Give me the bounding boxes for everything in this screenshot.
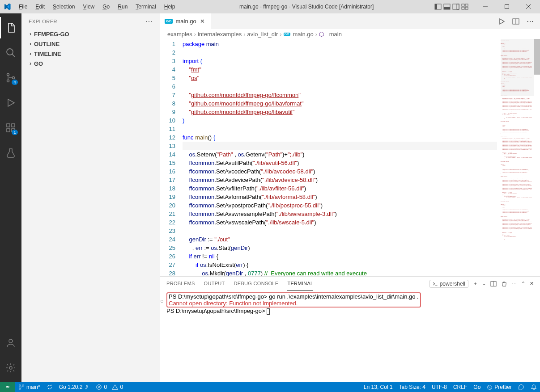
status-branch[interactable]: main* xyxy=(15,382,43,392)
explorer-sidebar: EXPLORER ⋯ ›FFMPEG-GO ›OUTLINE ›TIMELINE… xyxy=(21,13,160,382)
status-eol[interactable]: CRLF xyxy=(450,382,470,392)
line-gutter: 1234567891011121314151617181920212223242… xyxy=(160,39,183,276)
editor-more-icon[interactable]: ⋯ xyxy=(526,17,535,25)
status-problems[interactable]: 0 0 xyxy=(93,382,126,392)
terminal-shell-select[interactable]: powershell xyxy=(429,280,468,288)
svg-point-14 xyxy=(7,49,13,55)
activity-testing[interactable] xyxy=(0,142,21,164)
activity-search[interactable] xyxy=(0,42,21,63)
status-prettier[interactable]: Prettier xyxy=(484,382,515,392)
run-file-icon[interactable] xyxy=(497,17,506,25)
go-file-icon: GO xyxy=(165,19,173,24)
maximize-button[interactable] xyxy=(499,0,515,13)
tree-timeline[interactable]: ›TIMELINE xyxy=(21,49,160,59)
explorer-more-icon[interactable]: ⋯ xyxy=(145,17,153,25)
svg-point-18 xyxy=(13,77,15,79)
tree-go[interactable]: ›GO xyxy=(21,59,160,68)
scm-badge: 4 xyxy=(12,80,18,85)
minimize-button[interactable] xyxy=(477,0,493,13)
window-title: main.go - ffmpeg-go - Visual Studio Code… xyxy=(179,4,434,10)
close-button[interactable] xyxy=(520,0,536,13)
menu-edit[interactable]: Edit xyxy=(32,2,48,12)
svg-rect-9 xyxy=(465,7,468,9)
terminal-cursor xyxy=(267,308,270,315)
panel-tab-problems[interactable]: PROBLEMS xyxy=(166,277,195,291)
symbol-icon: ⬡ xyxy=(319,31,324,38)
status-sync[interactable] xyxy=(43,382,56,392)
activity-scm[interactable]: 4 xyxy=(0,67,21,89)
svg-rect-11 xyxy=(505,5,509,9)
status-feedback[interactable] xyxy=(515,382,527,392)
go-file-icon: GO xyxy=(284,33,290,36)
panel-tab-terminal[interactable]: TERMINAL xyxy=(287,277,313,291)
menu-view[interactable]: View xyxy=(79,2,98,12)
terminal-kill-icon[interactable] xyxy=(501,281,507,287)
activity-explorer[interactable] xyxy=(0,17,21,38)
status-tab-size[interactable]: Tab Size: 4 xyxy=(396,382,429,392)
activity-accounts[interactable] xyxy=(0,332,21,354)
split-editor-icon[interactable] xyxy=(511,17,520,25)
status-language[interactable]: Go xyxy=(470,382,484,392)
tab-close-icon[interactable]: ✕ xyxy=(199,18,206,25)
menu-file[interactable]: File xyxy=(15,2,31,12)
menu-go[interactable]: Go xyxy=(99,2,113,12)
menu-run[interactable]: Run xyxy=(114,2,131,12)
svg-point-19 xyxy=(8,99,9,100)
tree-folder-root[interactable]: ›FFMPEG-GO xyxy=(21,29,160,39)
svg-rect-23 xyxy=(12,124,15,127)
svg-point-32 xyxy=(22,385,24,387)
activity-settings[interactable] xyxy=(0,357,21,379)
remote-button[interactable] xyxy=(0,382,15,392)
status-encoding[interactable]: UTF-8 xyxy=(429,382,450,392)
panel-more-icon[interactable]: ⋯ xyxy=(512,281,517,287)
svg-line-37 xyxy=(489,386,492,389)
bottom-panel: PROBLEMS OUTPUT DEBUG CONSOLE TERMINAL p… xyxy=(160,276,540,382)
panel-close-icon[interactable]: ✕ xyxy=(530,281,534,287)
ext-badge: 1 xyxy=(12,130,18,135)
status-bell[interactable] xyxy=(527,382,540,392)
svg-rect-6 xyxy=(462,4,464,6)
svg-rect-7 xyxy=(465,4,468,6)
panel-tab-output[interactable]: OUTPUT xyxy=(204,277,225,291)
menu-terminal[interactable]: Terminal xyxy=(132,2,159,12)
terminal-prompt: PS D:\mysetup\gopath\src\ffmpeg-go> xyxy=(169,293,269,300)
svg-point-17 xyxy=(7,80,9,82)
status-go-version[interactable]: Go 1.20.2 xyxy=(56,382,93,392)
code-content[interactable]: package mainimport ( "fmt" "os" "github.… xyxy=(183,39,497,276)
tab-main-go[interactable]: GO main.go ✕ xyxy=(160,13,211,29)
menu-selection[interactable]: Selection xyxy=(49,2,78,12)
editor-tabs: GO main.go ✕ ⋯ xyxy=(160,13,540,29)
minimap-scrollbar[interactable] xyxy=(534,39,540,75)
terminal-output[interactable]: ○ PS D:\mysetup\gopath\src\ffmpeg-go> go… xyxy=(160,291,540,382)
tree-outline[interactable]: ›OUTLINE xyxy=(21,39,160,49)
svg-rect-20 xyxy=(7,124,10,127)
code-editor[interactable]: 1234567891011121314151617181920212223242… xyxy=(160,39,540,276)
activity-bar: 4 1 xyxy=(0,13,21,382)
status-bar: main* Go 1.20.2 0 0 Ln 13, Col 1 Tab Siz… xyxy=(0,382,540,392)
vscode-logo-icon xyxy=(4,3,11,10)
tab-label: main.go xyxy=(175,18,196,25)
terminal-split-icon[interactable] xyxy=(490,281,497,287)
layout-customize-icon[interactable] xyxy=(461,3,468,10)
menu-bar: File Edit Selection View Go Run Terminal… xyxy=(15,2,179,12)
layout-panel-left-icon[interactable] xyxy=(434,3,442,10)
terminal-error: Cannot open directory: Function not impl… xyxy=(169,300,298,307)
svg-rect-3 xyxy=(444,7,450,9)
panel-tab-debug[interactable]: DEBUG CONSOLE xyxy=(234,277,279,291)
svg-point-31 xyxy=(19,388,21,390)
minimap[interactable]: package main import ( "fmt" "os" "github… xyxy=(497,39,540,276)
editor-area: GO main.go ✕ ⋯ examples› internalexample… xyxy=(160,13,540,382)
breadcrumbs[interactable]: examples› internalexamples› avio_list_di… xyxy=(160,29,540,39)
explorer-title: EXPLORER xyxy=(29,19,57,24)
layout-panel-bottom-icon[interactable] xyxy=(443,3,451,10)
layout-panel-right-icon[interactable] xyxy=(452,3,459,10)
activity-debug[interactable] xyxy=(0,92,21,114)
terminal-cmd: go run .\examples\internalexamples\avio_… xyxy=(269,293,419,300)
svg-point-16 xyxy=(7,74,9,76)
chevron-down-icon[interactable]: ⌄ xyxy=(482,281,486,286)
activity-extensions[interactable]: 1 xyxy=(0,117,21,139)
panel-maximize-icon[interactable]: ⌃ xyxy=(521,281,525,287)
status-cursor-pos[interactable]: Ln 13, Col 1 xyxy=(361,382,396,392)
terminal-new-icon[interactable]: ＋ xyxy=(473,280,478,287)
menu-help[interactable]: Help xyxy=(161,2,179,12)
